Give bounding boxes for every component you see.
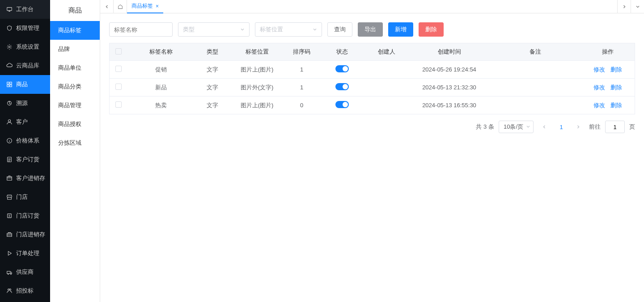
status-switch[interactable] [335,101,349,108]
position-select[interactable]: 标签位置 [255,22,322,37]
tab-nav-next[interactable] [617,0,631,13]
sidebar-item-purchase[interactable]: 采购 [0,300,50,302]
sidebar2-item-brand[interactable]: 品牌 [50,40,100,59]
cell-sort: 1 [284,61,320,79]
status-switch[interactable] [335,65,349,72]
secondary-sidebar-title: 商品 [50,0,100,21]
page-number[interactable]: 1 [555,121,568,133]
cell-position: 图片外(文字) [230,79,284,96]
tab-menu[interactable] [631,0,644,13]
row-checkbox[interactable] [115,84,122,90]
sidebar2-item-management[interactable]: 商品管理 [50,96,100,115]
sidebar-item-products[interactable]: 商品 [0,75,50,94]
sidebar-item-store[interactable]: 门店 [0,188,50,206]
sidebar-item-settings[interactable]: 系统设置 [0,38,50,56]
sidebar-item-label: 权限管理 [16,24,39,32]
cell-creator [364,61,409,79]
page-prev[interactable] [538,121,551,133]
page-next[interactable] [572,121,585,133]
sidebar-item-store-order[interactable]: 门店订货 [0,206,50,225]
sidebar-item-label: 价格体系 [16,137,39,145]
tab-product-tags[interactable]: 商品标签 × [127,0,163,13]
goto-input[interactable] [605,121,625,133]
sidebar-item-cloud-products[interactable]: 云商品库 [0,56,50,75]
svg-point-6 [8,120,10,122]
svg-rect-0 [7,8,12,11]
sidebar-item-label: 供应商 [16,268,34,276]
sidebar2-item-unit[interactable]: 商品单位 [50,59,100,77]
type-select[interactable]: 类型 [178,22,250,37]
sidebar2-item-category[interactable]: 商品分类 [50,77,100,96]
sidebar2-item-sorting[interactable]: 分拣区域 [50,134,100,152]
export-button[interactable]: 导出 [358,22,383,37]
close-icon[interactable]: × [156,3,159,9]
delete-link[interactable]: 删除 [610,66,622,73]
page-size-label: 10条/页 [504,123,523,131]
edit-link[interactable]: 修改 [593,102,605,109]
svg-rect-5 [10,85,12,87]
store-icon [6,194,13,200]
storeorder-icon [6,213,13,219]
row-checkbox[interactable] [115,101,122,108]
sidebar-item-label: 客户进销存 [16,174,45,182]
col-header-name: 标签名称 [127,43,195,61]
cell-creator [364,96,409,114]
filter-bar: 类型 标签位置 查询 导出 新增 删除 [109,22,635,37]
table-row: 促销 文字 图片上(图片) 1 2024-05-26 19:24:54 修改 删… [110,61,635,79]
sidebar-item-store-inventory[interactable]: 门店进销存 [0,225,50,244]
cell-type: 文字 [195,61,230,79]
delete-button[interactable]: 删除 [419,22,444,37]
order-icon [6,156,13,163]
chevron-down-icon [526,124,530,130]
cell-time: 2024-05-13 21:32:30 [409,79,490,96]
tab-nav-prev[interactable] [100,0,114,13]
sidebar-item-label: 门店 [16,193,28,201]
sidebar-item-trace[interactable]: 溯源 [0,94,50,113]
sidebar2-item-tags[interactable]: 商品标签 [50,21,100,40]
page-size-select[interactable]: 10条/页 [499,121,534,133]
sidebar2-item-auth[interactable]: 商品授权 [50,115,100,134]
sidebar-item-supplier[interactable]: 供应商 [0,263,50,281]
grid-icon [6,81,13,88]
svg-rect-3 [10,82,12,84]
edit-link[interactable]: 修改 [593,66,605,73]
sidebar-item-pricing[interactable]: 价格体系 [0,131,50,150]
tag-name-input[interactable] [109,22,173,37]
col-header-status: 状态 [320,43,364,61]
goto-label: 前往 [589,123,601,131]
table-header-row: 标签名称 类型 标签位置 排序码 状态 创建人 创建时间 备注 操作 [110,43,635,61]
row-checkbox[interactable] [115,66,122,72]
sidebar-item-customer-order[interactable]: 客户订货 [0,150,50,169]
select-all-checkbox[interactable] [115,48,122,55]
add-button[interactable]: 新增 [388,22,413,37]
primary-sidebar: 工作台 权限管理 系统设置 云商品库 商品 溯源 客户 价格体系 客户订货 客户… [0,0,50,302]
sidebar-item-workbench[interactable]: 工作台 [0,0,50,19]
status-switch[interactable] [335,83,349,90]
chevron-down-icon [240,26,245,33]
sidebar-item-bidding[interactable]: 招投标 [0,281,50,300]
supplier-icon [6,269,13,275]
sidebar-item-permission[interactable]: 权限管理 [0,19,50,38]
data-table: 标签名称 类型 标签位置 排序码 状态 创建人 创建时间 备注 操作 促销 文字… [109,43,635,114]
storeinv-icon [6,231,13,238]
col-header-time: 创建时间 [409,43,490,61]
cell-position: 图片上(图片) [230,96,284,114]
cell-type: 文字 [195,96,230,114]
col-header-sort: 排序码 [284,43,320,61]
search-button[interactable]: 查询 [327,22,352,37]
sidebar-item-order-processing[interactable]: 订单处理 [0,244,50,263]
trace-icon [6,100,13,106]
tab-home[interactable] [114,0,127,13]
sidebar-item-customer-inventory[interactable]: 客户进销存 [0,169,50,188]
edit-link[interactable]: 修改 [593,84,605,91]
sidebar-item-label: 订单处理 [16,249,39,257]
col-header-remark: 备注 [490,43,581,61]
delete-link[interactable]: 删除 [610,102,622,109]
info-icon [6,138,13,144]
delete-link[interactable]: 删除 [610,84,622,91]
sidebar-item-label: 客户订货 [16,155,39,164]
page-suffix: 页 [629,123,635,131]
sidebar-item-customer[interactable]: 客户 [0,113,50,131]
sidebar-item-label: 门店进销存 [16,231,45,239]
table-row: 热卖 文字 图片上(图片) 0 2024-05-13 16:55:30 修改 删… [110,96,635,114]
